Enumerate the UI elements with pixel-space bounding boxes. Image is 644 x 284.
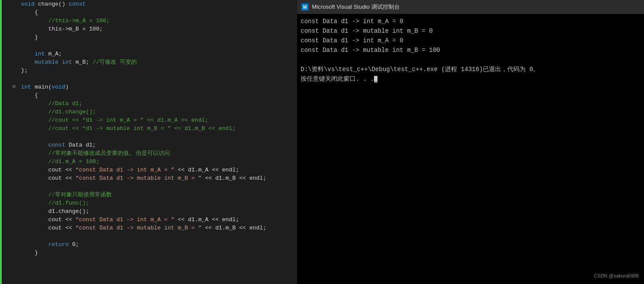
code-editor: ⊟ void change() const [0, 0, 297, 284]
code-line: void change() const [21, 0, 294, 8]
code-line: cout << “const Data d1 -> mutable int m_… [21, 224, 294, 232]
code-line: //this->m_A = 100; [21, 17, 294, 25]
code-line [21, 41, 294, 50]
fold-column: ⊟ [10, 0, 17, 284]
console-line-empty [301, 55, 641, 65]
code-line: const Data d1; [21, 141, 294, 149]
code-line: int main(void) [21, 83, 294, 91]
console-panel: M Microsoft Visual Studio 调试控制台 const Da… [297, 0, 644, 284]
console-title: Microsoft Visual Studio 调试控制台 [312, 3, 400, 11]
code-line: { [21, 8, 294, 17]
code-line: { [21, 91, 294, 99]
console-line-press: 按任意键关闭此窗口. . ._ [301, 74, 641, 84]
code-line: //d1.m_A = 100; [21, 157, 294, 166]
code-line: //常对象只能使用常函数 [21, 191, 294, 199]
code-line: //d1.func(); [21, 199, 294, 207]
code-line: cout << “const Data d1 -> int m_A = ” <<… [21, 166, 294, 174]
code-line: return 0; [21, 240, 294, 249]
code-line: //cout << “d1 -> int m_A = ” << d1.m_A <… [21, 116, 294, 124]
watermark: CSDN @sakura0908 [594, 271, 639, 281]
code-line [21, 75, 294, 83]
line-numbers [2, 0, 10, 284]
code-line: //常对象不能修改成员变量的值, 但是可以访问 [21, 149, 294, 157]
code-line: //d1.change(); [21, 108, 294, 116]
code-line [21, 232, 294, 240]
console-line-1: const Data d1 -> int m_A = 0 [301, 17, 641, 26]
console-line-4: const Data d1 -> mutable int m_B = 100 [301, 45, 641, 55]
code-line: cout << “const Data d1 -> int m_A = ” <<… [21, 216, 294, 224]
code-lines: void change() const { //this->m_A = 100;… [17, 0, 297, 284]
console-line-3: const Data d1 -> int m_A = 0 [301, 36, 641, 45]
code-line: } [21, 249, 294, 257]
console-titlebar: M Microsoft Visual Studio 调试控制台 [297, 0, 644, 14]
code-line: d1.change(); [21, 207, 294, 216]
code-line [21, 133, 294, 141]
code-line: //cout << “d1 -> mutable int m_B = ” << … [21, 124, 294, 133]
fold-minus-main[interactable]: ⊟ [10, 83, 17, 91]
code-line: }; [21, 66, 294, 75]
console-line-exit: D:\资料\vs\test_c++\Debug\test_c++.exe (进程… [301, 65, 641, 74]
code-line: int m_A; [21, 50, 294, 58]
code-line: this->m_B = 100; [21, 25, 294, 33]
vs-icon: M [301, 3, 308, 10]
code-line: } [21, 33, 294, 41]
code-line: cout << “const Data d1 -> mutable int m_… [21, 174, 294, 182]
console-body: const Data d1 -> int m_A = 0 const Data … [297, 14, 644, 284]
code-line [21, 182, 294, 191]
code-line: //Data d1; [21, 99, 294, 108]
code-line: mutable int m_B; //可修改 可变的 [21, 58, 294, 66]
console-line-2: const Data d1 -> mutable int m_B = 0 [301, 26, 641, 36]
